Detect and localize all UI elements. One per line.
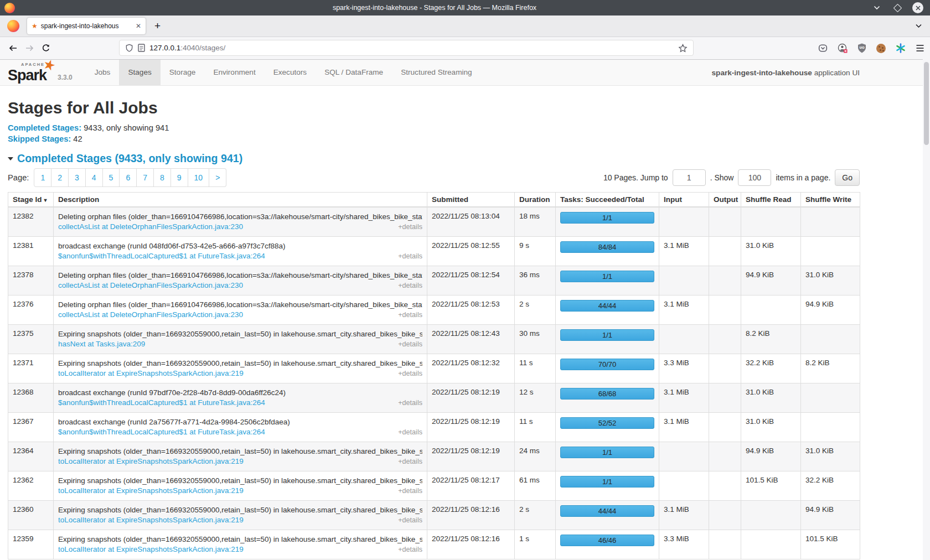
- nav-item-jobs[interactable]: Jobs: [86, 60, 120, 85]
- stage-detail-link[interactable]: toLocalIterator at ExpireSnapshotsSparkA…: [58, 545, 244, 554]
- url-text[interactable]: 127.0.0.1:4040/stages/: [149, 44, 674, 52]
- col-header-shuffle-write[interactable]: Shuffle Write: [801, 193, 860, 208]
- page-button-4[interactable]: 4: [86, 168, 103, 187]
- spark-version: 3.3.0: [58, 74, 73, 81]
- browser-tab[interactable]: ★ spark-ingest-into-lakehous ✕: [27, 18, 146, 34]
- nav-item-storage[interactable]: Storage: [161, 60, 205, 85]
- forward-button[interactable]: [21, 44, 38, 53]
- completed-stages-section-header[interactable]: Completed Stages (9433, only showing 941…: [8, 152, 860, 165]
- page-info-icon[interactable]: [138, 44, 145, 52]
- pocket-icon[interactable]: [818, 44, 828, 53]
- bookmark-star-icon[interactable]: [678, 44, 688, 53]
- colorful-asterisk-icon[interactable]: [896, 43, 906, 53]
- new-tab-button[interactable]: +: [154, 20, 161, 32]
- ublock-origin-icon[interactable]: UO: [857, 43, 866, 53]
- nav-item-sql-dataframe[interactable]: SQL / DataFrame: [316, 60, 392, 85]
- col-header-duration[interactable]: Duration: [515, 193, 556, 208]
- page-button-2[interactable]: 2: [51, 168, 69, 187]
- details-toggle[interactable]: +details: [398, 222, 422, 232]
- stage-detail-link[interactable]: toLocalIterator at ExpireSnapshotsSparkA…: [58, 486, 244, 496]
- shuffle-read-cell: 32.2 KiB: [741, 354, 801, 383]
- duration-cell: 11 s: [515, 354, 556, 383]
- cookie-icon[interactable]: [876, 44, 886, 53]
- spark-logo[interactable]: APACHE Spark ★: [8, 61, 53, 84]
- stage-description: Expiring snapshots (older_than=166932055…: [58, 505, 422, 515]
- stage-detail-link[interactable]: $anonfun$withThreadLocalCaptured$1 at Fu…: [58, 427, 265, 437]
- stage-detail-link[interactable]: toLocalIterator at ExpireSnapshotsSparkA…: [58, 515, 244, 525]
- stage-detail-link[interactable]: collectAsList at DeleteOrphanFilesSparkA…: [58, 310, 243, 320]
- page-button-5[interactable]: 5: [103, 168, 120, 187]
- nav-item-executors[interactable]: Executors: [265, 60, 316, 85]
- description-cell: Expiring snapshots (older_than=166932055…: [54, 354, 427, 383]
- col-header-stage-id[interactable]: Stage Id▾: [8, 193, 54, 208]
- stage-description: Deleting orphan files (older_than=166910…: [58, 212, 422, 222]
- details-toggle[interactable]: +details: [398, 515, 422, 525]
- page-button-3[interactable]: 3: [69, 168, 86, 187]
- input-cell: 3.1 MiB: [659, 501, 709, 530]
- col-header-tasks-succeeded-total[interactable]: Tasks: Succeeded/Total: [556, 193, 659, 208]
- input-cell: 3.1 MiB: [659, 237, 709, 266]
- jump-to-page-input[interactable]: [673, 169, 706, 186]
- nav-item-structured-streaming[interactable]: Structured Streaming: [392, 60, 480, 85]
- items-per-page-input[interactable]: [738, 169, 771, 186]
- go-button[interactable]: Go: [835, 169, 860, 186]
- page-button-8[interactable]: 8: [154, 168, 171, 187]
- page-scrollbar[interactable]: [923, 59, 930, 560]
- page-button-1[interactable]: 1: [34, 168, 51, 187]
- tasks-cell: 1/1: [556, 266, 659, 295]
- stages-table-body: 12382Deleting orphan files (older_than=1…: [8, 207, 860, 559]
- page-button-next[interactable]: >: [209, 168, 226, 187]
- stage-detail-link[interactable]: toLocalIterator at ExpireSnapshotsSparkA…: [58, 369, 244, 378]
- skipped-stages-label[interactable]: Skipped Stages:: [8, 134, 71, 143]
- stage-detail-link[interactable]: toLocalIterator at ExpireSnapshotsSparkA…: [58, 457, 244, 466]
- col-header-output[interactable]: Output: [709, 193, 741, 208]
- stage-detail-link[interactable]: collectAsList at DeleteOrphanFilesSparkA…: [58, 281, 243, 291]
- submitted-cell: 2022/11/25 08:12:19: [427, 383, 515, 413]
- nav-item-stages[interactable]: Stages: [119, 60, 160, 85]
- details-toggle[interactable]: +details: [398, 457, 422, 466]
- table-header-row: Stage Id▾DescriptionSubmittedDurationTas…: [8, 193, 860, 208]
- details-toggle[interactable]: +details: [398, 398, 422, 408]
- back-button[interactable]: [4, 44, 21, 53]
- col-header-shuffle-read[interactable]: Shuffle Read: [741, 193, 801, 208]
- completed-stages-label[interactable]: Completed Stages:: [8, 123, 81, 132]
- details-toggle[interactable]: +details: [398, 427, 422, 437]
- page-button-6[interactable]: 6: [120, 168, 137, 187]
- shield-icon[interactable]: [125, 44, 133, 53]
- page-button-7[interactable]: 7: [137, 168, 154, 187]
- stage-id-cell: 12368: [8, 383, 54, 413]
- url-bar[interactable]: 127.0.0.1:4040/stages/: [119, 40, 694, 56]
- stage-detail-link[interactable]: $anonfun$withThreadLocalCaptured$1 at Fu…: [58, 398, 265, 408]
- firefox-icon-small[interactable]: [7, 20, 19, 32]
- details-toggle[interactable]: +details: [398, 310, 422, 320]
- page-button-9[interactable]: 9: [171, 168, 188, 187]
- window-maximize-icon[interactable]: [892, 2, 903, 13]
- details-toggle[interactable]: +details: [398, 369, 422, 378]
- scrollbar-thumb[interactable]: [924, 62, 929, 145]
- details-toggle[interactable]: +details: [398, 486, 422, 496]
- details-toggle[interactable]: +details: [398, 281, 422, 291]
- details-toggle[interactable]: +details: [398, 545, 422, 554]
- reload-button[interactable]: [38, 44, 54, 53]
- input-cell: 3.1 MiB: [659, 295, 709, 325]
- stage-detail-link[interactable]: $anonfun$withThreadLocalCaptured$1 at Fu…: [58, 251, 265, 261]
- shuffle-write-cell: 31.0 KiB: [801, 266, 860, 295]
- stage-description: broadcast exchange (runId 2a75677f-a771-…: [58, 417, 422, 427]
- col-header-input[interactable]: Input: [659, 193, 709, 208]
- col-header-submitted[interactable]: Submitted: [427, 193, 515, 208]
- profile-extension-icon[interactable]: [838, 43, 848, 53]
- details-toggle[interactable]: +details: [398, 339, 422, 349]
- hamburger-menu-icon[interactable]: [916, 44, 924, 52]
- tab-close-icon[interactable]: ✕: [136, 22, 141, 30]
- details-toggle[interactable]: +details: [398, 251, 422, 261]
- list-tabs-chevron-icon[interactable]: [915, 23, 922, 29]
- window-minimize-icon[interactable]: [871, 2, 882, 13]
- nav-item-environment[interactable]: Environment: [204, 60, 264, 85]
- pagination-row: Page: 12345678910> 10 Pages. Jump to . S…: [8, 168, 860, 187]
- col-header-description[interactable]: Description: [54, 193, 427, 208]
- page-button-10[interactable]: 10: [188, 168, 210, 187]
- window-close-icon[interactable]: [912, 2, 923, 13]
- stage-detail-link[interactable]: collectAsList at DeleteOrphanFilesSparkA…: [58, 222, 243, 232]
- application-name: spark-ingest-into-lakehouse: [712, 69, 812, 77]
- stage-detail-link[interactable]: hasNext at Tasks.java:209: [58, 339, 145, 349]
